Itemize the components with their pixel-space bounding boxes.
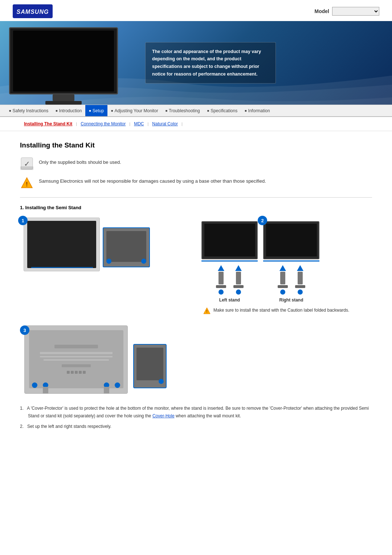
nav-label-safety: Safety Instructions [12,108,48,113]
nav-item-specs[interactable]: ■ Specifications [204,105,241,116]
left-stand-label: Left stand [219,297,240,303]
footnote-2-text: Set up the left and right stands respect… [27,424,111,429]
step2-monitor-area: Left stand [201,221,319,303]
sub-nav-sep-2: | [129,122,130,126]
footnotes: 1. A 'Cover-Protector' is used to protec… [20,405,372,430]
header: SAMSUNG Model [0,0,392,21]
sub-nav-sep-1: | [76,122,77,126]
left-stand-assembly: Left stand [201,221,258,303]
svg-text:SAMSUNG: SAMSUNG [17,9,49,15]
nav-bullet-safety: ■ [9,109,11,113]
nav-item-setup[interactable]: ■ Setup [85,105,107,116]
left-stand-connector [216,265,244,295]
step2-block: 2 [201,218,372,315]
nav-bar: ■ Safety Instructions ■ Introduction ■ S… [0,105,392,117]
step3-monitor-back [24,325,128,394]
nav-item-trouble[interactable]: ■ Troubleshooting [162,105,204,116]
hero-monitor-section [0,21,134,105]
steps-row: 1 2 [20,218,372,315]
section-divider [20,197,372,198]
cover-hole-link[interactable]: Cover-Hole [152,413,175,418]
step2-circle: 2 [258,216,267,225]
footnote-1: 1. A 'Cover-Protector' is used to protec… [20,405,372,420]
caution-text: Make sure to install the stand with the … [213,307,349,313]
caution-icon: ! [203,307,211,315]
footnote-2: 2. Set up the left and right stands resp… [20,423,372,430]
content: Installing the Stand Kit ✓ Only the supp… [0,131,392,447]
right-stand-connector [278,265,305,295]
section1-title: 1. Installing the Semi Stand [20,205,372,210]
page-title: Installing the Stand Kit [20,141,372,149]
sub-nav-sep-4: | [181,122,183,126]
check-icon-svg: ✓ [20,157,33,170]
step3-circle: 3 [20,325,29,335]
sub-nav-item-mdc[interactable]: MDC [132,121,146,127]
footnote-1-text-end: when attaching the wall mount kit. [175,413,241,418]
step1-detail-img [103,227,150,267]
nav-bullet-intro: ■ [56,109,57,113]
model-area: Model [315,7,379,16]
samsung-logo-svg: SAMSUNG [13,4,53,18]
nav-item-info[interactable]: ■ Information [241,105,273,116]
nav-label-adjust: Adjusting Your Monitor [115,108,158,113]
hero-text-section: The color and appearance of the product … [134,21,392,105]
sub-nav: Installing The Stand Kit | Connecting th… [0,117,392,131]
right-stand-assembly: Right stand [263,221,319,303]
nav-label-trouble: Troubleshooting [169,108,200,113]
sub-nav-sep-3: | [147,122,148,126]
model-select[interactable] [332,7,379,16]
warning-icon: ! [20,176,34,190]
info-text-1: Only the supplied bolts should be used. [39,157,121,166]
nav-item-adjust[interactable]: ■ Adjusting Your Monitor [107,105,162,116]
hero-text-box: The color and appearance of the product … [145,42,276,84]
warning-icon-svg: ! [21,177,33,189]
step1-monitor-img [24,218,100,271]
model-label: Model [315,8,329,14]
nav-item-intro[interactable]: ■ Introduction [52,105,85,116]
hero-text: The color and appearance of the product … [152,48,269,78]
nav-bullet-adjust: ■ [111,109,113,113]
nav-bullet-info: ■ [245,109,246,113]
nav-bullet-setup: ■ [89,109,91,113]
step2-monitor-img-right [263,221,319,259]
sub-nav-item-connect[interactable]: Connecting the Monitor [78,121,128,127]
svg-rect-4 [20,166,33,170]
monitor-hero-illustration [9,27,118,105]
step3-row: 3 [20,325,372,394]
sub-nav-item-install[interactable]: Installing The Stand Kit [22,121,74,127]
info-text-2: Samsung Electronics will not be responsi… [39,176,266,185]
nav-label-info: Information [248,108,270,113]
check-icon: ✓ [20,157,34,170]
svg-text:!: ! [206,309,207,313]
nav-label-setup: Setup [93,108,104,113]
step2-monitor-img [201,221,258,259]
hero-banner: The color and appearance of the product … [0,21,392,105]
info-block-2: ! Samsung Electronics will not be respon… [20,176,372,190]
step1-block: 1 [20,218,191,271]
caution-note: ! Make sure to install the stand with th… [203,307,372,315]
step2-content: Left stand [201,221,372,303]
nav-bullet-trouble: ■ [166,109,167,113]
nav-item-safety[interactable]: ■ Safety Instructions [5,105,52,116]
sub-nav-item-color[interactable]: Natural Color [150,121,180,127]
samsung-logo: SAMSUNG [13,4,53,18]
nav-label-specs: Specifications [211,108,237,113]
step3-content [24,325,167,394]
step3-detail-img [133,344,167,388]
step1-circle: 1 [18,216,28,225]
right-stand-label: Right stand [279,297,303,303]
nav-label-intro: Introduction [59,108,82,113]
nav-bullet-specs: ■ [207,109,209,113]
info-block-1: ✓ Only the supplied bolts should be used… [20,157,372,170]
svg-text:!: ! [26,181,28,187]
step1-images [24,218,191,271]
